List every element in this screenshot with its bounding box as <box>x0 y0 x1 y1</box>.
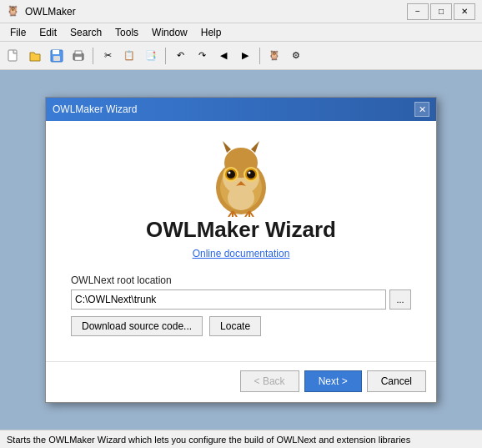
toolbar-save[interactable] <box>47 46 67 66</box>
svg-rect-0 <box>8 50 17 61</box>
path-input[interactable] <box>71 289 386 310</box>
download-source-button[interactable]: Download source code... <box>71 316 203 336</box>
dialog-title-bar: OWLMaker Wizard ✕ <box>46 98 436 121</box>
maximize-button[interactable]: □ <box>430 3 452 20</box>
svg-rect-5 <box>75 51 82 54</box>
status-bar: Starts the OWLMaker Wizard which lets yo… <box>0 430 482 448</box>
toolbar-sep-2 <box>165 48 166 64</box>
svg-marker-11 <box>223 141 231 153</box>
svg-rect-3 <box>53 56 60 61</box>
window-controls: − □ ✕ <box>407 3 475 20</box>
wizard-heading: OWLMaker Wizard <box>146 217 336 243</box>
online-doc-link[interactable]: Online documentation <box>193 248 290 259</box>
dialog-footer: < Back Next > Cancel <box>46 361 436 402</box>
menu-file[interactable]: File <box>3 25 33 40</box>
app-title: OWLMaker <box>25 6 407 18</box>
app-icon: 🦉 <box>7 5 20 18</box>
menu-help[interactable]: Help <box>194 25 228 40</box>
owl-image <box>199 138 283 217</box>
svg-point-20 <box>249 172 251 174</box>
svg-marker-12 <box>251 141 259 153</box>
svg-point-22 <box>228 185 254 210</box>
status-text: Starts the OWLMaker Wizard which lets yo… <box>7 435 410 445</box>
toolbar-undo[interactable]: ↶ <box>170 46 190 66</box>
form-section: OWLNext root location ... Download sourc… <box>71 274 411 336</box>
toolbar-redo[interactable]: ↷ <box>192 46 212 66</box>
minimize-button[interactable]: − <box>407 3 429 20</box>
toolbar-sep-3 <box>259 48 260 64</box>
svg-point-16 <box>228 172 231 174</box>
dialog-content: OWLMaker Wizard Online documentation OWL… <box>46 121 436 353</box>
browse-button[interactable]: ... <box>389 289 411 310</box>
dialog-close-button[interactable]: ✕ <box>414 102 429 117</box>
path-input-row: ... <box>71 289 411 310</box>
next-button[interactable]: Next > <box>304 370 362 392</box>
action-buttons: Download source code... Locate <box>71 316 411 336</box>
toolbar-owl[interactable]: 🦉 <box>264 46 284 66</box>
toolbar-print[interactable] <box>68 46 88 66</box>
toolbar-open[interactable] <box>25 46 45 66</box>
svg-rect-6 <box>75 57 82 60</box>
svg-point-19 <box>247 170 255 179</box>
toolbar-back[interactable]: ◀ <box>213 46 233 66</box>
main-area: OWLMaker Wizard ✕ <box>0 70 482 430</box>
menu-bar: File Edit Search Tools Window Help <box>0 23 482 42</box>
toolbar-gear[interactable]: ⚙ <box>286 46 306 66</box>
back-button[interactable]: < Back <box>240 370 299 392</box>
toolbar-cut[interactable]: ✂ <box>98 46 118 66</box>
close-button[interactable]: ✕ <box>454 3 475 20</box>
toolbar: ✂ 📋 📑 ↶ ↷ ◀ ▶ 🦉 ⚙ <box>0 42 482 70</box>
cancel-button[interactable]: Cancel <box>367 370 426 392</box>
svg-rect-2 <box>53 50 59 54</box>
menu-search[interactable]: Search <box>63 25 108 40</box>
wizard-dialog: OWLMaker Wizard ✕ <box>45 97 437 403</box>
dialog-title-text: OWLMaker Wizard <box>53 103 414 115</box>
toolbar-sep-1 <box>93 48 93 64</box>
svg-point-15 <box>227 170 235 179</box>
root-location-label: OWLNext root location <box>71 274 411 286</box>
title-bar: 🦉 OWLMaker − □ ✕ <box>0 0 482 23</box>
toolbar-forward[interactable]: ▶ <box>235 46 255 66</box>
toolbar-new[interactable] <box>3 46 23 66</box>
menu-edit[interactable]: Edit <box>33 25 63 40</box>
locate-button[interactable]: Locate <box>209 316 261 336</box>
menu-tools[interactable]: Tools <box>108 25 145 40</box>
toolbar-copy[interactable]: 📋 <box>119 46 139 66</box>
menu-window[interactable]: Window <box>145 25 194 40</box>
toolbar-paste[interactable]: 📑 <box>141 46 161 66</box>
